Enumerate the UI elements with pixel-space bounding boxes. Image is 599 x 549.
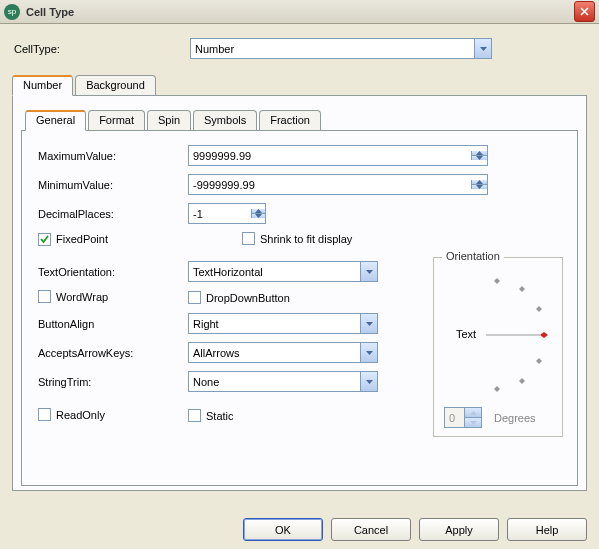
- tab-fraction[interactable]: Fraction: [259, 110, 321, 130]
- spinner[interactable]: [251, 209, 265, 218]
- minvalue-input[interactable]: [188, 174, 488, 195]
- checkbox-icon: [242, 232, 255, 245]
- checkbox-icon: [188, 291, 201, 304]
- decplaces-field[interactable]: [189, 204, 251, 223]
- celltype-row: CellType: Number: [12, 38, 587, 59]
- fixedpoint-checkbox[interactable]: FixedPoint: [38, 233, 108, 246]
- fixedpoint-label: FixedPoint: [56, 233, 108, 245]
- textorient-label: TextOrientation:: [32, 266, 188, 278]
- textorient-value: TextHorizontal: [189, 266, 360, 278]
- dialog-buttons: OK Cancel Apply Help: [243, 518, 587, 541]
- orientation-group: Orientation Text: [433, 257, 563, 437]
- row-maxvalue: MaximumValue:: [32, 145, 567, 166]
- row-minvalue: MinimumValue:: [32, 174, 567, 195]
- tab-label: General: [36, 114, 75, 126]
- wordwrap-label: WordWrap: [56, 291, 108, 303]
- tab-symbols[interactable]: Symbols: [193, 110, 257, 130]
- tab-label: Number: [23, 79, 62, 91]
- tab-general[interactable]: General: [25, 110, 86, 131]
- tab-label: Background: [86, 79, 145, 91]
- spinner[interactable]: [464, 408, 481, 427]
- celltype-value: Number: [191, 43, 474, 55]
- spin-down-icon[interactable]: [472, 185, 487, 189]
- buttonalign-value: Right: [189, 318, 360, 330]
- button-label: Cancel: [354, 524, 388, 536]
- dropdownbtn-checkbox[interactable]: DropDownButton: [188, 291, 290, 304]
- titlebar: sp Cell Type: [0, 0, 599, 24]
- outer-tabpanel: General Format Spin Symbols Fraction Max…: [12, 95, 587, 491]
- celltype-dropdown[interactable]: Number: [190, 38, 492, 59]
- inner-tabpanel: MaximumValue: MinimumValue:: [21, 130, 578, 486]
- maxvalue-input[interactable]: [188, 145, 488, 166]
- stringtrim-dropdown[interactable]: None: [188, 371, 378, 392]
- spin-down-icon[interactable]: [465, 418, 481, 427]
- buttonalign-label: ButtonAlign: [32, 318, 188, 330]
- dialog-content: CellType: Number Number Background Gener…: [0, 24, 599, 497]
- row-fixed-shrink: FixedPoint Shrink to fit display: [32, 232, 567, 247]
- checkbox-icon: [38, 408, 51, 421]
- chevron-down-icon[interactable]: [360, 372, 377, 391]
- outer-tabstrip: Number Background: [12, 75, 587, 95]
- tab-spin[interactable]: Spin: [147, 110, 191, 130]
- decplaces-label: DecimalPlaces:: [32, 208, 188, 220]
- shrink-checkbox[interactable]: Shrink to fit display: [242, 232, 352, 245]
- tab-format[interactable]: Format: [88, 110, 145, 130]
- degrees-input[interactable]: 0: [444, 407, 482, 428]
- stringtrim-label: StringTrim:: [32, 376, 188, 388]
- wordwrap-checkbox[interactable]: WordWrap: [38, 290, 108, 303]
- button-label: OK: [275, 524, 291, 536]
- orientation-dial[interactable]: Text: [444, 272, 554, 398]
- degrees-label: Degrees: [494, 412, 536, 424]
- static-checkbox[interactable]: Static: [188, 409, 234, 422]
- tab-background[interactable]: Background: [75, 75, 156, 95]
- button-label: Help: [536, 524, 559, 536]
- maxvalue-label: MaximumValue:: [32, 150, 188, 162]
- help-button[interactable]: Help: [507, 518, 587, 541]
- tab-label: Format: [99, 114, 134, 126]
- app-icon: sp: [4, 4, 20, 20]
- checkbox-icon: [38, 290, 51, 303]
- spin-up-icon[interactable]: [465, 408, 481, 418]
- static-label: Static: [206, 410, 234, 422]
- chevron-down-icon[interactable]: [360, 262, 377, 281]
- arrowkeys-dropdown[interactable]: AllArrows: [188, 342, 378, 363]
- spinner[interactable]: [471, 151, 487, 160]
- tab-label: Fraction: [270, 114, 310, 126]
- row-decplaces: DecimalPlaces:: [32, 203, 567, 224]
- celltype-label: CellType:: [12, 43, 190, 55]
- close-button[interactable]: [574, 1, 595, 22]
- minvalue-field[interactable]: [189, 175, 471, 194]
- degrees-value: 0: [445, 412, 464, 424]
- cancel-button[interactable]: Cancel: [331, 518, 411, 541]
- arrowkeys-value: AllArrows: [189, 347, 360, 359]
- decplaces-input[interactable]: [188, 203, 266, 224]
- tab-number[interactable]: Number: [12, 75, 73, 96]
- chevron-down-icon[interactable]: [360, 314, 377, 333]
- apply-button[interactable]: Apply: [419, 518, 499, 541]
- tab-label: Spin: [158, 114, 180, 126]
- shrink-label: Shrink to fit display: [260, 233, 352, 245]
- button-label: Apply: [445, 524, 473, 536]
- maxvalue-field[interactable]: [189, 146, 471, 165]
- orientation-group-label: Orientation: [442, 250, 504, 262]
- buttonalign-dropdown[interactable]: Right: [188, 313, 378, 334]
- readonly-label: ReadOnly: [56, 409, 105, 421]
- chevron-down-icon[interactable]: [360, 343, 377, 362]
- spinner[interactable]: [471, 180, 487, 189]
- checkbox-icon: [188, 409, 201, 422]
- orientation-center-text: Text: [456, 328, 476, 340]
- dropdownbtn-label: DropDownButton: [206, 292, 290, 304]
- inner-tabstrip: General Format Spin Symbols Fraction: [25, 110, 578, 130]
- chevron-down-icon[interactable]: [474, 39, 491, 58]
- spin-down-icon[interactable]: [252, 214, 265, 218]
- textorient-dropdown[interactable]: TextHorizontal: [188, 261, 378, 282]
- stringtrim-value: None: [189, 376, 360, 388]
- minvalue-label: MinimumValue:: [32, 179, 188, 191]
- tab-label: Symbols: [204, 114, 246, 126]
- ok-button[interactable]: OK: [243, 518, 323, 541]
- close-icon: [580, 7, 589, 16]
- readonly-checkbox[interactable]: ReadOnly: [38, 408, 105, 421]
- window-title: Cell Type: [26, 6, 574, 18]
- checkbox-icon: [38, 233, 51, 246]
- spin-down-icon[interactable]: [472, 156, 487, 160]
